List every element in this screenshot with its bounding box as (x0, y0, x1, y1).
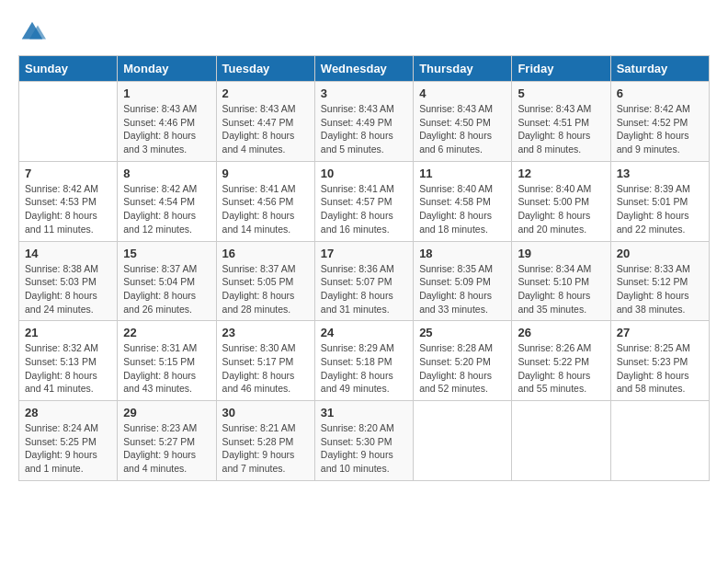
day-info: Sunrise: 8:40 AMSunset: 5:00 PMDaylight:… (518, 182, 604, 236)
day-info: Sunrise: 8:23 AMSunset: 5:27 PMDaylight:… (123, 421, 210, 476)
calendar-week-row: 28Sunrise: 8:24 AMSunset: 5:25 PMDayligh… (19, 401, 710, 481)
day-info: Sunrise: 8:42 AMSunset: 4:52 PMDaylight:… (617, 102, 703, 156)
calendar-day-cell: 5Sunrise: 8:43 AMSunset: 4:51 PMDaylight… (512, 82, 610, 162)
calendar-day-cell: 31Sunrise: 8:20 AMSunset: 5:30 PMDayligh… (314, 401, 413, 481)
day-info: Sunrise: 8:41 AMSunset: 4:56 PMDaylight:… (222, 182, 309, 236)
day-info: Sunrise: 8:33 AMSunset: 5:12 PMDaylight:… (617, 262, 703, 316)
calendar-day-cell: 27Sunrise: 8:25 AMSunset: 5:23 PMDayligh… (610, 321, 709, 401)
calendar-day-cell: 26Sunrise: 8:26 AMSunset: 5:22 PMDayligh… (512, 321, 610, 401)
calendar-day-cell: 2Sunrise: 8:43 AMSunset: 4:47 PMDaylight… (216, 82, 314, 162)
calendar-week-row: 14Sunrise: 8:38 AMSunset: 5:03 PMDayligh… (19, 241, 710, 321)
calendar-day-cell: 15Sunrise: 8:37 AMSunset: 5:04 PMDayligh… (118, 241, 216, 321)
day-number: 16 (222, 247, 309, 260)
day-number: 10 (321, 167, 407, 180)
day-info: Sunrise: 8:34 AMSunset: 5:10 PMDaylight:… (518, 262, 604, 316)
page-header (18, 18, 710, 46)
day-number: 21 (25, 326, 111, 339)
day-info: Sunrise: 8:42 AMSunset: 4:53 PMDaylight:… (25, 182, 111, 236)
calendar-day-cell: 11Sunrise: 8:40 AMSunset: 4:58 PMDayligh… (414, 161, 512, 241)
calendar-header-row: SundayMondayTuesdayWednesdayThursdayFrid… (19, 56, 710, 82)
calendar-day-cell: 18Sunrise: 8:35 AMSunset: 5:09 PMDayligh… (414, 241, 512, 321)
calendar-day-cell: 10Sunrise: 8:41 AMSunset: 4:57 PMDayligh… (314, 161, 413, 241)
calendar-day-cell (19, 82, 118, 162)
day-number: 26 (518, 326, 604, 339)
day-info: Sunrise: 8:20 AMSunset: 5:30 PMDaylight:… (321, 421, 407, 476)
day-info: Sunrise: 8:36 AMSunset: 5:07 PMDaylight:… (321, 262, 407, 316)
day-info: Sunrise: 8:37 AMSunset: 5:05 PMDaylight:… (222, 262, 309, 316)
day-number: 5 (518, 86, 604, 100)
day-number: 22 (123, 326, 210, 339)
calendar-day-cell: 7Sunrise: 8:42 AMSunset: 4:53 PMDaylight… (19, 161, 118, 241)
calendar-day-header: Friday (512, 56, 610, 82)
day-number: 3 (321, 86, 407, 100)
day-info: Sunrise: 8:39 AMSunset: 5:01 PMDaylight:… (617, 182, 703, 236)
day-info: Sunrise: 8:30 AMSunset: 5:17 PMDaylight:… (222, 341, 309, 396)
calendar-day-cell: 8Sunrise: 8:42 AMSunset: 4:54 PMDaylight… (118, 161, 216, 241)
day-info: Sunrise: 8:24 AMSunset: 5:25 PMDaylight:… (25, 421, 111, 476)
calendar-day-header: Tuesday (216, 56, 314, 82)
day-info: Sunrise: 8:43 AMSunset: 4:49 PMDaylight:… (321, 102, 407, 156)
day-number: 11 (419, 167, 506, 180)
calendar-day-cell: 22Sunrise: 8:31 AMSunset: 5:15 PMDayligh… (118, 321, 216, 401)
calendar-day-cell: 28Sunrise: 8:24 AMSunset: 5:25 PMDayligh… (19, 401, 118, 481)
day-number: 17 (321, 247, 407, 260)
day-number: 31 (321, 406, 407, 419)
day-info: Sunrise: 8:41 AMSunset: 4:57 PMDaylight:… (321, 182, 407, 236)
day-number: 6 (617, 86, 703, 100)
calendar-day-cell: 4Sunrise: 8:43 AMSunset: 4:50 PMDaylight… (414, 82, 512, 162)
day-info: Sunrise: 8:29 AMSunset: 5:18 PMDaylight:… (321, 341, 407, 396)
day-number: 15 (123, 247, 210, 260)
calendar-day-cell: 24Sunrise: 8:29 AMSunset: 5:18 PMDayligh… (314, 321, 413, 401)
day-number: 29 (123, 406, 210, 419)
day-number: 8 (123, 167, 210, 180)
calendar-day-cell: 13Sunrise: 8:39 AMSunset: 5:01 PMDayligh… (610, 161, 709, 241)
day-number: 30 (222, 406, 309, 419)
day-info: Sunrise: 8:43 AMSunset: 4:46 PMDaylight:… (123, 102, 210, 156)
day-info: Sunrise: 8:43 AMSunset: 4:50 PMDaylight:… (419, 102, 506, 156)
day-info: Sunrise: 8:42 AMSunset: 4:54 PMDaylight:… (123, 182, 210, 236)
calendar-day-cell: 29Sunrise: 8:23 AMSunset: 5:27 PMDayligh… (118, 401, 216, 481)
day-number: 9 (222, 167, 309, 180)
day-info: Sunrise: 8:43 AMSunset: 4:51 PMDaylight:… (518, 102, 604, 156)
calendar-day-header: Sunday (19, 56, 118, 82)
day-number: 12 (518, 167, 604, 180)
day-number: 25 (419, 326, 506, 339)
day-number: 1 (123, 86, 210, 100)
calendar-day-header: Saturday (610, 56, 709, 82)
day-number: 4 (419, 86, 506, 100)
day-info: Sunrise: 8:35 AMSunset: 5:09 PMDaylight:… (419, 262, 506, 316)
logo (18, 18, 50, 46)
calendar-day-header: Wednesday (314, 56, 413, 82)
calendar-day-cell: 19Sunrise: 8:34 AMSunset: 5:10 PMDayligh… (512, 241, 610, 321)
day-info: Sunrise: 8:31 AMSunset: 5:15 PMDaylight:… (123, 341, 210, 396)
day-info: Sunrise: 8:43 AMSunset: 4:47 PMDaylight:… (222, 102, 309, 156)
calendar-table: SundayMondayTuesdayWednesdayThursdayFrid… (18, 55, 710, 481)
day-number: 13 (617, 167, 703, 180)
day-number: 7 (25, 167, 111, 180)
day-number: 19 (518, 247, 604, 260)
calendar-week-row: 1Sunrise: 8:43 AMSunset: 4:46 PMDaylight… (19, 82, 710, 162)
day-info: Sunrise: 8:26 AMSunset: 5:22 PMDaylight:… (518, 341, 604, 396)
day-number: 28 (25, 406, 111, 419)
calendar-day-cell: 12Sunrise: 8:40 AMSunset: 5:00 PMDayligh… (512, 161, 610, 241)
day-number: 2 (222, 86, 309, 100)
day-number: 20 (617, 247, 703, 260)
day-info: Sunrise: 8:25 AMSunset: 5:23 PMDaylight:… (617, 341, 703, 396)
day-info: Sunrise: 8:21 AMSunset: 5:28 PMDaylight:… (222, 421, 309, 476)
day-info: Sunrise: 8:37 AMSunset: 5:04 PMDaylight:… (123, 262, 210, 316)
calendar-day-cell: 3Sunrise: 8:43 AMSunset: 4:49 PMDaylight… (314, 82, 413, 162)
day-info: Sunrise: 8:38 AMSunset: 5:03 PMDaylight:… (25, 262, 111, 316)
day-info: Sunrise: 8:28 AMSunset: 5:20 PMDaylight:… (419, 341, 506, 396)
calendar-day-cell: 6Sunrise: 8:42 AMSunset: 4:52 PMDaylight… (610, 82, 709, 162)
calendar-day-cell: 9Sunrise: 8:41 AMSunset: 4:56 PMDaylight… (216, 161, 314, 241)
calendar-day-cell (610, 401, 709, 481)
logo-icon (18, 18, 46, 46)
calendar-day-cell: 17Sunrise: 8:36 AMSunset: 5:07 PMDayligh… (314, 241, 413, 321)
calendar-day-cell: 30Sunrise: 8:21 AMSunset: 5:28 PMDayligh… (216, 401, 314, 481)
day-number: 18 (419, 247, 506, 260)
calendar-week-row: 7Sunrise: 8:42 AMSunset: 4:53 PMDaylight… (19, 161, 710, 241)
day-number: 14 (25, 247, 111, 260)
calendar-day-cell (414, 401, 512, 481)
calendar-week-row: 21Sunrise: 8:32 AMSunset: 5:13 PMDayligh… (19, 321, 710, 401)
day-info: Sunrise: 8:32 AMSunset: 5:13 PMDaylight:… (25, 341, 111, 396)
